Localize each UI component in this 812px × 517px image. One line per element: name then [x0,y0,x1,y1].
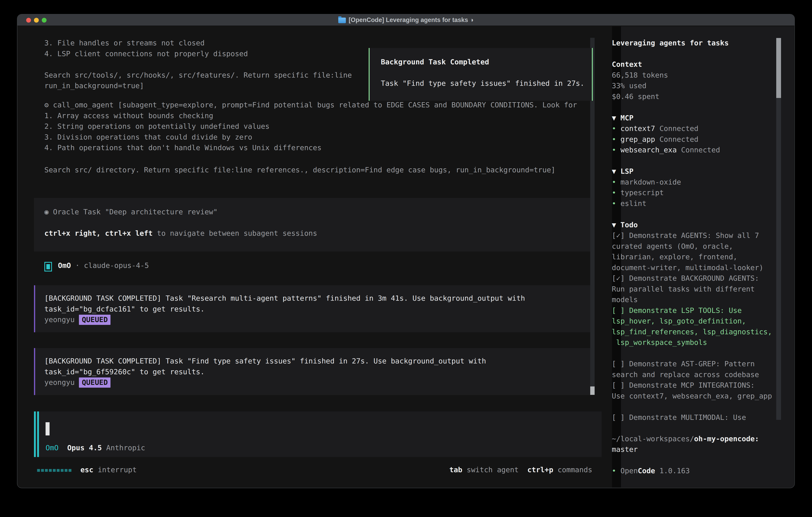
text-line: • context7 Connected [612,123,772,134]
model-indicator: OmO Opus 4.5 Anthropic [46,442,145,453]
zoom-button[interactable] [42,18,47,23]
text-line: ◉ Oracle Task "Deep architecture review" [45,207,592,217]
text-line: • grep_app Connected [612,134,772,145]
text-line: [BACKGROUND TASK COMPLETED] Task "Find t… [45,356,591,366]
text-line: Task "Find type safety issues" finished … [381,78,592,89]
sidebar-scrollbar-thumb[interactable] [776,38,781,98]
text-line: models [612,294,772,305]
text-line: [✓] Demonstrate BACKGROUND AGENTS: [612,273,772,284]
minimize-button[interactable] [34,18,39,23]
statusbar-shortcuts: tab switch agent ctrl+p commands [450,464,592,475]
text-line: 3. File handles or streams not closed [45,37,352,48]
text-line: yeongyu QUEUED [45,377,591,388]
call-omo-agent-text: ⚙ call_omo_agent [subagent_type=explore,… [45,100,577,153]
main-scrollbar-thumb[interactable] [590,386,594,395]
text-line: ~/local-workspaces/oh-my-opencode: [612,433,772,444]
tool-output-text: 3. File handles or streams not closed4. … [45,37,352,91]
text-line: tab switch agent ctrl+p commands [450,464,592,475]
text-line: 4. Path operations that don't handle Win… [45,142,577,153]
text-line: [ ] Demonstrate MULTIMODAL: Use [612,412,772,423]
omo-agent-icon [45,262,52,272]
text-line [612,209,772,219]
text-line: [ ] Demonstrate MCP INTEGRATIONS: [612,380,772,391]
oracle-task-card: ◉ Oracle Task "Deep architecture review"… [34,198,592,251]
text-line: Context [612,59,772,70]
statusbar-left: ▪▪▪▪▪▪▪▪▪ esc interrupt [36,464,137,475]
background-task-toast: Background Task CompletedTask "Find type… [369,48,593,101]
text-line [612,48,772,59]
omo-agent-header: OmO · claude-opus-4-5 [58,260,149,271]
text-line [612,455,772,466]
text-line [612,155,772,166]
text-line: 2. String operations on potentially unde… [45,121,577,132]
text-line: document-writer, multimodal-looker) [612,262,772,273]
text-line [45,217,592,228]
traffic-lights [26,18,47,23]
text-line: 66,518 tokens [612,70,772,81]
text-line: Search src/ directory. Return specific f… [45,165,555,175]
text-line: • eslint [612,198,772,209]
text-line: Search src/tools/, src/hooks/, src/featu… [45,70,352,81]
text-line: task_id="bg_dcfac161" to get results. [45,304,591,315]
sidebar-content: Leveraging agents for tasksContext66,518… [612,37,772,476]
close-button[interactable] [26,18,31,23]
text-line: lsp_find_references, lsp_diagnostics, [612,326,772,337]
text-line: 4. LSP client connections not properly d… [45,48,352,59]
text-line: Background Task Completed [381,57,592,67]
text-line: lsp_workspace_symbols [612,337,772,348]
text-line [381,67,592,78]
text-line [45,59,352,70]
text-line: OmO · claude-opus-4-5 [58,260,149,271]
text-line: • websearch_exa Connected [612,144,772,155]
text-line [612,348,772,359]
text-line: [ ] Demonstrate LSP TOOLS: Use [612,305,772,316]
text-line: 3. Division operations that could divide… [45,132,577,142]
text-line: run_in_background=true] [45,80,352,91]
text-line: librarian, explore, frontend, [612,251,772,262]
text-line: search and replace across codebase [612,369,772,380]
text-line: ▼ LSP [612,166,772,177]
text-line: OmO Opus 4.5 Anthropic [46,442,145,453]
text-line: • typescript [612,187,772,198]
text-line [612,401,772,412]
text-line [612,423,772,433]
text-line: Use context7, websearch_exa, grep_app [612,391,772,402]
text-line: lsp_hover, lsp_goto_definition, [612,316,772,326]
text-line: ▼ Todo [612,219,772,230]
text-line: Run parallel tasks with different [612,284,772,295]
text-line: [BACKGROUND TASK COMPLETED] Task "Resear… [45,293,591,304]
text-line: $0.46 spent [612,91,772,102]
text-line: ▪▪▪▪▪▪▪▪▪ esc interrupt [36,464,137,475]
text-line: ▼ MCP [612,113,772,124]
text-cursor [46,422,50,435]
text-line: ctrl+x right, ctrl+x left to navigate be… [45,228,592,239]
text-line: 33% used [612,80,772,91]
folder-icon [338,18,346,23]
text-line: Leveraging agents for tasks [612,37,772,48]
text-line: [ ] Demonstrate AST-GREP: Pattern [612,358,772,369]
text-line: yeongyu QUEUED [45,314,591,325]
text-line: master [612,444,772,455]
text-line [612,102,772,113]
window-title-area: [OpenCode] Leveraging agents for tasks ◑ [338,17,473,24]
text-line: [✓] Demonstrate AGENTS: Show all 7 [612,230,772,241]
text-line: • markdown-oxide [612,177,772,188]
window-title: [OpenCode] Leveraging agents for tasks ◑ [349,17,473,24]
text-line: curated agents (OmO, oracle, [612,241,772,252]
window-titlebar[interactable]: [OpenCode] Leveraging agents for tasks ◑ [18,15,794,26]
background-task-message-1: [BACKGROUND TASK COMPLETED] Task "Resear… [34,285,591,332]
background-task-message-2: [BACKGROUND TASK COMPLETED] Task "Find t… [34,348,591,395]
text-line: • OpenCode 1.0.163 [612,465,772,476]
text-line: 1. Array access without bounds checking [45,110,577,121]
desktop: [OpenCode] Leveraging agents for tasks ◑… [0,0,812,517]
text-line: task_id="bg_6f59260c" to get results. [45,366,591,377]
text-line: ⚙ call_omo_agent [subagent_type=explore,… [45,100,577,110]
search-src-text: Search src/ directory. Return specific f… [45,165,555,175]
